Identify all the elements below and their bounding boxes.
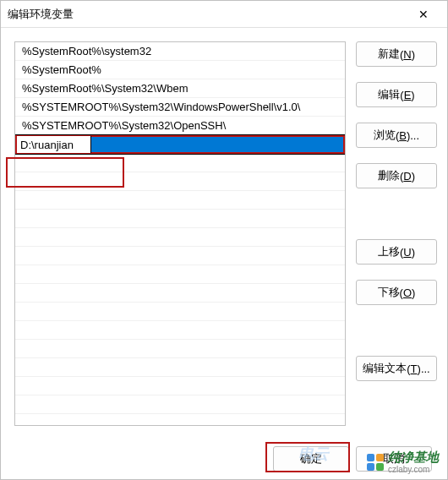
dialog-content: %SystemRoot%\system32 %SystemRoot% %Syst… — [1, 28, 447, 439]
list-item-empty[interactable] — [15, 284, 345, 303]
list-item[interactable]: %SYSTEMROOT%\System32\OpenSSH\ — [15, 117, 345, 135]
list-item[interactable]: %SystemRoot%\system32 — [15, 42, 345, 61]
list-item-empty[interactable] — [15, 228, 345, 247]
list-item-empty[interactable] — [15, 377, 345, 395]
list-item-editing[interactable] — [15, 135, 345, 154]
watermark: 纯净基地 czlaby.com — [366, 450, 439, 474]
watermark-logo-icon — [366, 453, 385, 472]
dialog-title: 编辑环境变量 — [8, 7, 74, 22]
new-button[interactable]: 新建(N) — [356, 41, 437, 67]
side-buttons: 新建(N) 编辑(E) 浏览(B)... 删除(D) 上移(U) 下移(O) — [356, 41, 437, 432]
edit-button[interactable]: 编辑(E) — [356, 82, 437, 107]
close-icon: ✕ — [418, 8, 429, 21]
move-up-button[interactable]: 上移(U) — [356, 239, 437, 265]
list-item[interactable]: %SystemRoot% — [15, 61, 345, 79]
list-item[interactable]: %SYSTEMROOT%\System32\WindowsPowerShell\… — [15, 98, 345, 117]
edit-text-button[interactable]: 编辑文本(T)... — [356, 356, 437, 381]
list-item-empty[interactable] — [15, 191, 345, 210]
titlebar: 编辑环境变量 ✕ — [1, 1, 447, 28]
move-down-button[interactable]: 下移(O) — [356, 280, 437, 305]
path-edit-input[interactable] — [17, 136, 91, 153]
list-item-empty[interactable] — [15, 340, 345, 358]
list-item-empty[interactable] — [15, 210, 345, 228]
list-item-empty[interactable] — [15, 303, 345, 321]
list-item-empty[interactable] — [15, 172, 345, 191]
list-item-empty[interactable] — [15, 247, 345, 265]
edit-env-var-dialog: 编辑环境变量 ✕ %SystemRoot%\system32 %SystemRo… — [0, 0, 448, 480]
delete-button[interactable]: 删除(D) — [356, 163, 437, 188]
watermark-brand: 纯净基地 — [388, 450, 439, 464]
close-button[interactable]: ✕ — [407, 3, 440, 26]
list-item-empty[interactable] — [15, 265, 345, 284]
path-list[interactable]: %SystemRoot%\system32 %SystemRoot% %Syst… — [14, 41, 346, 426]
watermark-url: czlaby.com — [388, 466, 439, 474]
list-item[interactable]: %SystemRoot%\System32\Wbem — [15, 79, 345, 98]
list-item-empty[interactable] — [15, 321, 345, 340]
watermark-behind: 电云 — [298, 444, 329, 464]
browse-button[interactable]: 浏览(B)... — [356, 123, 437, 148]
list-item-empty[interactable] — [15, 154, 345, 172]
list-item-empty[interactable] — [15, 395, 345, 414]
list-item-empty[interactable] — [15, 358, 345, 377]
